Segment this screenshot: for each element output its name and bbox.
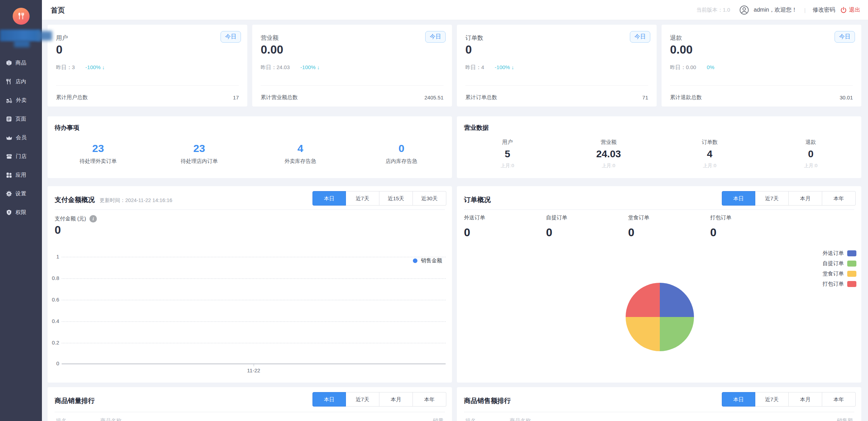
line-legend[interactable]: 销售金额: [413, 257, 442, 264]
payment-metric-label: 支付金额 (元): [55, 215, 86, 222]
power-icon: [840, 7, 847, 13]
order-stat-value: 0: [464, 226, 546, 239]
tab-7days[interactable]: 近7天: [346, 392, 379, 407]
fork-spoon-icon: [17, 12, 26, 21]
pie-legend-item[interactable]: 打包订单: [823, 280, 856, 288]
tab-7days[interactable]: 近7天: [755, 392, 789, 407]
y-tick: 0.4: [48, 318, 59, 325]
tab-month[interactable]: 本月: [789, 392, 822, 407]
sidebar-item-stores[interactable]: 门店: [0, 147, 42, 166]
business-data-panel: 营业数据 用户5上月:0 营业额24.03上月:0 订单数4上月:0 退款0上月…: [457, 116, 861, 178]
stat-card-value: 0.00: [670, 43, 693, 56]
business-item: 用户5上月:0: [457, 139, 558, 169]
todo-item[interactable]: 0店内库存告急: [351, 142, 452, 165]
stat-card-value: 0: [465, 43, 472, 56]
todo-item[interactable]: 23待处理店内订单: [149, 142, 250, 165]
todo-label: 待处理店内订单: [149, 158, 250, 165]
sidebar-item-instore[interactable]: 店内: [0, 72, 42, 91]
change-percent: -100% ↓: [85, 64, 105, 70]
business-label: 用户: [457, 139, 558, 146]
utensils-icon: [6, 79, 12, 85]
page-title: 首页: [51, 6, 65, 15]
tab-today[interactable]: 本日: [312, 392, 346, 407]
x-axis-tick: [254, 364, 254, 366]
y-tick: 1: [48, 253, 59, 260]
logout-label: 退出: [849, 6, 860, 14]
card-divider: [261, 85, 444, 86]
business-panel-title: 营业数据: [464, 123, 489, 132]
tab-today[interactable]: 本日: [722, 191, 755, 206]
tab-month[interactable]: 本月: [789, 191, 822, 206]
change-password-link[interactable]: 修改密码: [813, 6, 835, 14]
sidebar-item-apps[interactable]: 应用: [0, 166, 42, 184]
sales-rank-panel: 商品销量排行 本日 近7天 本月 本年 排名 商品名称 销量: [48, 387, 452, 421]
pie-legend-swatch: [847, 261, 856, 267]
pie-legend-item[interactable]: 自提订单: [823, 260, 856, 267]
tab-15days[interactable]: 近15天: [379, 191, 413, 206]
panel-divider: [464, 412, 854, 412]
pie-legend-swatch: [847, 271, 856, 277]
tab-30days[interactable]: 近30天: [413, 191, 446, 206]
tab-year[interactable]: 本年: [822, 392, 856, 407]
sidebar-item-label: 店内: [16, 78, 26, 85]
sidebar-item-pages[interactable]: 页面: [0, 110, 42, 128]
todo-value: 0: [351, 142, 452, 154]
tab-month[interactable]: 本月: [379, 392, 413, 407]
sidebar-item-goods[interactable]: 商品: [0, 54, 42, 72]
header-divider: |: [802, 7, 808, 13]
cube-icon: [6, 60, 12, 66]
business-prev-month: 上月:0: [558, 163, 659, 169]
tab-today[interactable]: 本日: [722, 392, 755, 407]
user-avatar-icon[interactable]: [739, 5, 749, 15]
order-pie-chart[interactable]: [626, 283, 694, 351]
app-logo[interactable]: [13, 8, 30, 25]
version-label: 当前版本：1.0: [696, 7, 730, 13]
yesterday-value: 昨日：0.00: [670, 64, 696, 70]
payment-metric-value: 0: [55, 224, 61, 237]
tab-year[interactable]: 本年: [822, 191, 856, 206]
gear-icon: [6, 191, 12, 197]
sidebar-nav: 商品 店内 外卖 页面 会员 门店: [0, 54, 42, 222]
sidebar-item-settings[interactable]: 设置: [0, 184, 42, 203]
order-range-tabs: 本日 近7天 本月 本年: [722, 191, 856, 206]
yesterday-value: 昨日：4: [465, 64, 484, 70]
todo-item[interactable]: 4外卖库存告急: [250, 142, 351, 165]
sidebar-item-permissions[interactable]: 权限: [0, 203, 42, 222]
pie-legend-swatch: [847, 250, 856, 256]
pie-legend-item[interactable]: 堂食订单: [823, 270, 856, 277]
sidebar-item-label: 权限: [16, 209, 26, 216]
y-tick: 0: [48, 360, 59, 367]
sidebar-item-takeout[interactable]: 外卖: [0, 91, 42, 110]
payment-line-chart: 1 0.8 0.6 0.4 0.2 0 11-22 销售金额: [48, 246, 452, 380]
todo-panel: 待办事项 23待处理外卖订单 23待处理店内订单 4外卖库存告急 0店内库存告急: [48, 116, 452, 178]
sidebar: 商品 店内 外卖 页面 会员 门店: [0, 0, 42, 421]
sidebar-item-label: 会员: [16, 134, 27, 141]
stat-card-title: 退款: [670, 34, 682, 42]
stat-card-value: 0.00: [261, 43, 283, 56]
tab-7days[interactable]: 近7天: [346, 191, 379, 206]
pie-legend-swatch: [847, 281, 856, 287]
revenue-rank-tabs: 本日 近7天 本月 本年: [722, 392, 856, 407]
store-name-blurred-bottom: [14, 40, 30, 47]
order-stat-label: 堂食订单: [628, 214, 710, 221]
gridline: [62, 257, 446, 257]
yesterday-value: 昨日：3: [56, 64, 75, 70]
todo-item[interactable]: 23待处理外卖订单: [48, 142, 149, 165]
rank-col-header: 排名: [465, 417, 476, 421]
store-name-blurred-tail: [37, 31, 52, 41]
footer-value: 2405.51: [424, 94, 444, 100]
sidebar-item-members[interactable]: 会员: [0, 128, 42, 147]
panel-divider: [55, 412, 445, 412]
tab-7days[interactable]: 近7天: [755, 191, 789, 206]
tab-today[interactable]: 本日: [312, 191, 346, 206]
logout-button[interactable]: 退出: [840, 6, 860, 14]
business-value: 0: [760, 148, 861, 160]
tab-year[interactable]: 本年: [413, 392, 446, 407]
rank-col-header: 商品名称: [100, 417, 122, 421]
pie-legend-item[interactable]: 外送订单: [823, 249, 856, 257]
info-icon[interactable]: i: [89, 215, 97, 222]
y-tick: 0.6: [48, 296, 59, 303]
store-name-blurred: [0, 30, 40, 41]
card-divider: [670, 85, 853, 86]
stat-card-title: 用户: [56, 34, 68, 42]
